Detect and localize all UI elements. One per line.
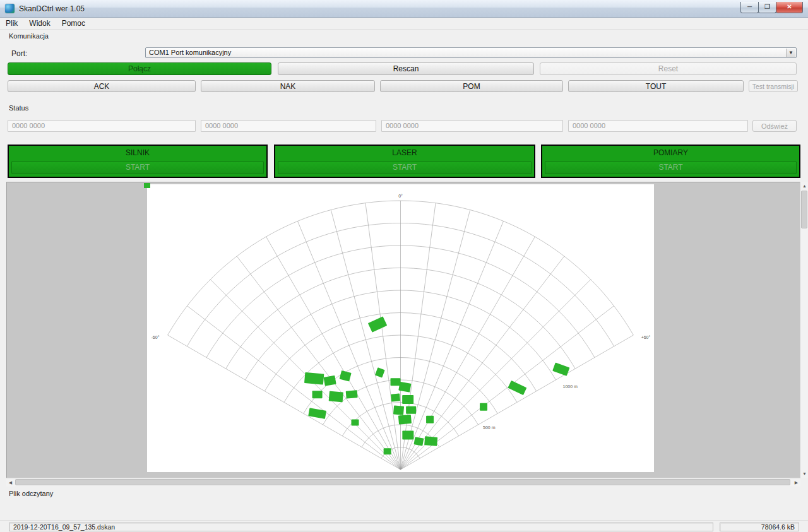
silnik-panel: SILNIK START [8, 145, 268, 178]
port-value: COM1 Port komunikacyjny [149, 49, 231, 56]
svg-text:-60°: -60° [152, 335, 160, 340]
tout-button[interactable]: TOUT [568, 80, 744, 92]
svg-text:0°: 0° [398, 194, 403, 198]
scan-plot: 0°-60°+60°500 m1000 m [147, 184, 654, 472]
pomiary-start-button[interactable]: START [545, 161, 797, 174]
connect-button[interactable]: Połącz [8, 62, 271, 75]
file-status-message: Plik odczytany [9, 490, 53, 497]
scroll-right-icon[interactable]: ▶ [792, 478, 800, 487]
horizontal-scroll-thumb[interactable] [15, 479, 790, 485]
pomiary-title: POMIARY [542, 146, 799, 157]
silnik-title: SILNIK [9, 146, 266, 157]
laser-start-button[interactable]: START [278, 161, 532, 174]
laser-panel: LASER START [274, 145, 535, 178]
port-combobox[interactable]: COM1 Port komunikacyjny ▼ [145, 47, 797, 58]
scan-viewport[interactable]: 0°-60°+60°500 m1000 m [6, 182, 800, 478]
port-label: Port: [11, 49, 27, 58]
menubar: Plik Widok Pomoc [0, 18, 808, 30]
pomiary-panel: POMIARY START [541, 145, 800, 178]
status-field-2: 0000 0000 [201, 120, 376, 132]
reset-button[interactable]: Reset [540, 62, 797, 75]
status-label: Status [9, 104, 28, 112]
vertical-scroll-thumb[interactable] [801, 191, 807, 228]
menu-plik[interactable]: Plik [0, 18, 23, 29]
scroll-down-icon[interactable]: ▼ [800, 470, 808, 478]
pom-button[interactable]: POM [380, 80, 563, 92]
test-transmisji-button[interactable]: Test transmisji [749, 80, 798, 92]
maximize-button[interactable]: ❐ [758, 2, 776, 13]
rescan-button[interactable]: Rescan [278, 62, 534, 75]
silnik-start-button[interactable]: START [11, 161, 264, 174]
chevron-down-icon[interactable]: ▼ [786, 49, 795, 57]
statusbar: 2019-12-20T16_09_57_135.dskan 78064.6 kB [0, 520, 808, 532]
komunikacja-label: Komunikacja [9, 32, 49, 40]
app-icon [5, 4, 15, 13]
status-field-4: 0000 0000 [568, 120, 748, 132]
polar-scan-chart: 0°-60°+60°500 m1000 m [147, 184, 654, 472]
scroll-left-icon[interactable]: ◀ [6, 478, 15, 487]
laser-title: LASER [275, 146, 534, 157]
close-button[interactable]: ✕ [776, 2, 803, 13]
refresh-button[interactable]: Odśwież [752, 120, 797, 132]
titlebar[interactable]: SkanDCtrl wer 1.05 ─ ❐ ✕ [0, 0, 808, 18]
status-field-3: 0000 0000 [381, 120, 563, 132]
svg-text:1000 m: 1000 m [563, 384, 578, 389]
scan-position-marker [144, 183, 150, 188]
statusbar-filesize: 78064.6 kB [720, 523, 799, 531]
nak-button[interactable]: NAK [201, 80, 375, 92]
window-title: SkanDCtrl wer 1.05 [19, 4, 85, 13]
svg-text:+60°: +60° [641, 335, 651, 340]
ack-button[interactable]: ACK [8, 80, 196, 92]
vertical-scrollbar[interactable]: ▲ ▼ [800, 182, 808, 478]
horizontal-scrollbar[interactable]: ◀ ▶ [6, 478, 800, 486]
statusbar-filename: 2019-12-20T16_09_57_135.dskan [9, 523, 713, 531]
scroll-up-icon[interactable]: ▲ [800, 182, 808, 190]
status-field-1: 0000 0000 [8, 120, 196, 132]
menu-pomoc[interactable]: Pomoc [56, 18, 91, 29]
svg-text:500 m: 500 m [483, 425, 496, 430]
menu-widok[interactable]: Widok [23, 18, 56, 29]
minimize-button[interactable]: ─ [740, 2, 759, 13]
